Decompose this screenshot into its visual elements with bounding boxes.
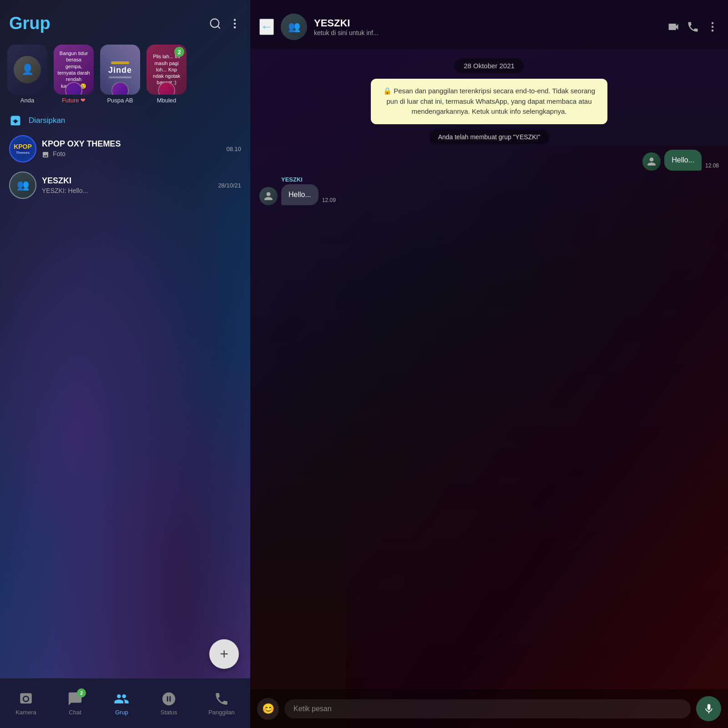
video-call-button[interactable]	[667, 20, 680, 33]
chat-info-yeszki: YESZKI YESZKI: Hello...	[42, 176, 212, 194]
stories-row: 👤 Anda Bangun tidur berasa gempa, ternya…	[0, 38, 250, 111]
group-icon	[114, 691, 129, 707]
chat-badge: 2	[77, 688, 86, 698]
svg-point-0	[211, 19, 219, 27]
story-bubble-future: Bangun tidur berasa gempa, ternyata dara…	[54, 45, 94, 95]
nav-label-kamera: Kamera	[15, 709, 36, 716]
left-content: Grup 👤 Anda	[0, 0, 250, 728]
chat-meta-kpop: 08.10	[226, 146, 241, 152]
story-badge-mbuled: 2	[174, 47, 184, 57]
nav-item-panggilan[interactable]: Panggilan	[202, 688, 242, 719]
story-name-future: Future ❤	[62, 97, 86, 104]
story-bubble-mbuled: 2 Plis lah... Ini masih pagi loh... Knp …	[147, 45, 187, 95]
right-chat-avatar[interactable]: 👥	[281, 14, 307, 40]
chat-name-yeszki: YESZKI	[42, 176, 212, 186]
story-item-self[interactable]: 👤 Anda	[7, 45, 48, 104]
mic-button[interactable]	[696, 696, 721, 721]
search-button[interactable]	[209, 17, 222, 30]
video-call-icon	[667, 20, 680, 33]
chat-time-yeszki: 28/10/21	[218, 182, 241, 189]
photo-icon	[42, 151, 49, 158]
call-icon	[214, 691, 229, 707]
svg-line-1	[217, 26, 220, 28]
svg-point-7	[712, 30, 714, 32]
svg-point-5	[712, 22, 714, 25]
right-header-icons	[667, 20, 719, 33]
compose-fab[interactable]: +	[209, 639, 239, 669]
right-chat-info[interactable]: YESZKI ketuk di sini untuk inf...	[314, 17, 660, 36]
message-row-received: YESZKI Hello... 12.09	[259, 176, 719, 205]
right-more-options-button[interactable]	[706, 20, 719, 33]
left-header: Grup	[0, 0, 250, 38]
chat-item-yeszki[interactable]: 👥 YESZKI YESZKI: Hello... 28/10/21	[0, 167, 250, 203]
chat-item-kpop[interactable]: KPOP Themes KPOP OXY THEMES Foto 08.10	[0, 131, 250, 167]
msg-time-received: 12.09	[322, 197, 336, 203]
story-text-mbuled: Plis lah... Ini masih pagi loh... Knp nd…	[150, 53, 183, 86]
right-chat-name: YESZKI	[314, 17, 660, 29]
story-name-mbuled: Mbuled	[157, 97, 177, 104]
nav-item-kamera[interactable]: Kamera	[9, 688, 43, 719]
left-panel: Grup 👤 Anda	[0, 0, 250, 728]
received-user-icon	[263, 191, 273, 201]
bottom-nav: Kamera 2 Chat Grup	[0, 678, 250, 728]
nav-label-chat: Chat	[69, 709, 81, 716]
more-options-button[interactable]	[228, 17, 241, 30]
phone-icon	[687, 20, 699, 33]
chat-avatar-yeszki: 👥	[9, 172, 36, 199]
input-area: 😊	[250, 689, 728, 728]
nav-label-panggilan: Panggilan	[208, 709, 235, 716]
camera-icon	[18, 691, 34, 707]
chat-info-kpop: KPOP OXY THEMES Foto	[42, 139, 221, 158]
group-created-notice: Anda telah membuat grup "YESZKI"	[429, 130, 550, 144]
message-bubble-received[interactable]: Hello...	[281, 184, 318, 205]
archive-icon	[9, 114, 22, 127]
messages-area: 28 Oktober 2021 🔒 Pesan dan panggilan te…	[250, 49, 728, 689]
message-row-sent: 12.08 Hello...	[259, 150, 719, 171]
encryption-notice[interactable]: 🔒 Pesan dan panggilan terenkripsi secara…	[371, 79, 607, 124]
nav-label-grup: Grup	[115, 709, 128, 716]
sent-user-icon	[647, 157, 657, 167]
story-name-self: Anda	[20, 97, 34, 104]
svg-point-3	[234, 22, 236, 25]
emoji-button[interactable]: 😊	[257, 698, 279, 720]
chat-avatar-kpop: KPOP Themes	[9, 135, 36, 162]
message-input[interactable]	[284, 699, 691, 718]
svg-point-4	[234, 26, 236, 28]
received-msg-content: YESZKI Hello...	[281, 176, 318, 205]
received-avatar-small	[259, 187, 278, 205]
story-bubble-puspa: Jinde	[100, 45, 140, 95]
mic-icon	[703, 703, 715, 715]
more-vert-icon	[706, 20, 719, 33]
right-chat-sub: ketuk di sini untuk inf...	[314, 29, 660, 36]
story-name-puspa: Puspa AB	[107, 97, 133, 104]
svg-point-6	[712, 26, 714, 28]
archived-row[interactable]: Diarsipkan	[0, 111, 250, 131]
chat-time-kpop: 08.10	[226, 146, 241, 152]
message-bubble-sent[interactable]: Hello...	[664, 150, 702, 171]
story-item-future[interactable]: Bangun tidur berasa gempa, ternyata dara…	[53, 45, 94, 104]
chat-list: KPOP Themes KPOP OXY THEMES Foto 08.10	[0, 131, 250, 678]
svg-point-2	[234, 19, 236, 21]
nav-item-grup[interactable]: Grup	[107, 688, 136, 719]
nav-item-status[interactable]: Status	[154, 688, 184, 719]
self-avatar: 👤	[7, 45, 47, 95]
archived-label: Diarsipkan	[29, 116, 65, 125]
msg-sender-name: YESZKI	[281, 176, 318, 183]
sent-avatar-small	[642, 152, 661, 171]
nav-item-chat[interactable]: 2 Chat	[61, 688, 90, 719]
audio-call-button[interactable]	[687, 20, 699, 33]
chat-name-kpop: KPOP OXY THEMES	[42, 139, 221, 149]
right-content: ← 👥 YESZKI ketuk di sini untuk inf...	[250, 0, 728, 728]
story-item-mbuled[interactable]: 2 Plis lah... Ini masih pagi loh... Knp …	[146, 45, 187, 104]
chat-preview-yeszki: YESZKI: Hello...	[42, 187, 212, 194]
header-icons	[209, 17, 241, 30]
chat-meta-yeszki: 28/10/21	[218, 182, 241, 189]
right-header: ← 👥 YESZKI ketuk di sini untuk inf...	[250, 0, 728, 49]
app-title: Grup	[9, 14, 51, 33]
nav-label-status: Status	[161, 709, 177, 716]
msg-time-sent: 12.08	[705, 162, 719, 169]
status-icon	[161, 691, 177, 707]
back-button[interactable]: ←	[259, 19, 274, 35]
chat-preview-kpop: Foto	[42, 150, 221, 158]
story-item-puspa[interactable]: Jinde Puspa AB	[100, 45, 141, 104]
